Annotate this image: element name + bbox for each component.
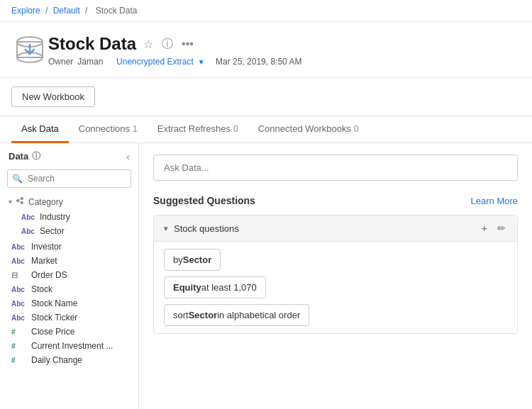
sidebar-item-stock-name[interactable]: Abc Stock Name (6, 296, 138, 310)
breadcrumb-sep2: / (85, 6, 90, 16)
sidebar-info-icon[interactable]: ⓘ (32, 150, 40, 162)
svg-line-6 (19, 199, 21, 200)
type-hash-icon: # (11, 328, 27, 336)
tab-connections[interactable]: Connections1 (69, 116, 148, 143)
svg-point-3 (16, 199, 19, 202)
questions-group-title: ▾ Stock questions (164, 223, 239, 234)
suggested-header: Suggested Questions Learn More (153, 195, 518, 206)
tree-item-industry-label: Industry (40, 212, 70, 222)
questions-group-actions: + ✏ (480, 223, 507, 234)
tab-extract-refreshes[interactable]: Extract Refreshes0 (148, 116, 248, 143)
datasource-icon (11, 32, 48, 69)
breadcrumb-default[interactable]: Default (53, 6, 80, 16)
ask-data-input[interactable] (153, 155, 518, 181)
tab-connected-workbooks[interactable]: Connected Workbooks0 (248, 116, 369, 143)
type-abc-icon: Abc (11, 286, 27, 293)
type-db-icon: ⊟ (11, 271, 27, 280)
category-group-icon (15, 196, 25, 208)
question-2-prefix: sort (173, 310, 189, 320)
category-group-header[interactable]: ▾ Category (6, 194, 138, 210)
tree-item-sector[interactable]: Abc Sector (6, 224, 138, 238)
sidebar-item-daily-change[interactable]: # Daily Change (6, 353, 138, 367)
question-2-suffix: in alphabetical order (217, 310, 300, 320)
header-info: Stock Data ☆ ⓘ ••• Owner Jaman Unencrypt… (48, 34, 521, 67)
page-title: Stock Data (48, 34, 136, 54)
sidebar-title: Data ⓘ (9, 150, 40, 162)
sidebar: Data ⓘ ‹ 🔍 ▾ Category Abc (0, 143, 139, 409)
question-item-2[interactable]: sort Sector in alphabetical order (164, 304, 309, 326)
header-meta: Owner Jaman Unencrypted Extract ▼ Mar 25… (48, 57, 521, 67)
add-question-button[interactable]: + (480, 223, 489, 234)
type-abc-icon: Abc (11, 300, 27, 308)
suggested-title: Suggested Questions (153, 195, 255, 206)
category-group: ▾ Category Abc Industry Abc Sector (6, 194, 138, 238)
extract-dropdown-icon[interactable]: ▼ (198, 58, 205, 66)
data-tree: ▾ Category Abc Industry Abc Sector Abc (0, 194, 138, 367)
breadcrumb: Explore / Default / Stock Data (0, 0, 532, 22)
header-date: Mar 25, 2019, 8:50 AM (216, 57, 301, 67)
category-group-label: Category (28, 197, 63, 207)
tabs-bar: Ask Data Connections1 Extract Refreshes0… (0, 116, 532, 143)
type-abc-icon: Abc (21, 228, 35, 235)
sidebar-item-market[interactable]: Abc Market (6, 254, 138, 268)
question-1-suffix: at least 1,070 (201, 282, 257, 293)
search-icon: 🔍 (12, 174, 23, 184)
sidebar-item-investor[interactable]: Abc Investor (6, 240, 138, 254)
more-button[interactable]: ••• (180, 36, 195, 52)
owner-name: Jaman (77, 57, 103, 67)
question-2-bold: Sector (189, 310, 217, 320)
question-item-0[interactable]: by Sector (164, 249, 221, 271)
question-0-bold: Sector (183, 254, 211, 265)
breadcrumb-sep1: / (45, 6, 50, 16)
question-0-prefix: by (173, 254, 183, 265)
sidebar-item-stock[interactable]: Abc Stock (6, 282, 138, 296)
info-button[interactable]: ⓘ (160, 35, 174, 53)
learn-more-link[interactable]: Learn More (471, 196, 518, 206)
search-box: 🔍 (7, 169, 131, 188)
breadcrumb-current: Stock Data (96, 6, 138, 16)
new-workbook-button[interactable]: New Workbook (11, 86, 95, 107)
sidebar-item-current-investment[interactable]: # Current Investment ... (6, 339, 138, 353)
sidebar-item-stock-ticker[interactable]: Abc Stock Ticker (6, 310, 138, 325)
owner-label: Owner (48, 57, 73, 67)
breadcrumb-explore[interactable]: Explore (11, 6, 40, 16)
sidebar-header: Data ⓘ ‹ (0, 143, 138, 167)
new-workbook-area: New Workbook (0, 78, 532, 116)
question-1-bold: Equity (173, 282, 201, 293)
suggested-section: Suggested Questions Learn More ▾ Stock q… (153, 195, 518, 334)
questions-group-label: Stock questions (174, 223, 239, 234)
main-content: Data ⓘ ‹ 🔍 ▾ Category Abc (0, 143, 532, 409)
type-abc-icon: Abc (11, 243, 27, 251)
group-chevron-icon: ▾ (164, 224, 168, 233)
question-items: by Sector Equity at least 1,070 sort Sec… (154, 242, 517, 333)
type-abc-icon: Abc (21, 213, 35, 221)
type-abc-icon: Abc (11, 257, 27, 265)
svg-point-4 (21, 197, 23, 200)
questions-group: ▾ Stock questions + ✏ by Sector Eq (153, 215, 518, 334)
tree-item-industry[interactable]: Abc Industry (6, 210, 138, 224)
category-chevron-icon: ▾ (9, 198, 12, 206)
star-button[interactable]: ☆ (142, 36, 155, 52)
tab-ask-data[interactable]: Ask Data (11, 116, 69, 143)
sidebar-collapse-button[interactable]: ‹ (126, 151, 130, 162)
type-hash-icon: # (11, 357, 27, 364)
extract-link[interactable]: Unencrypted Extract (116, 57, 194, 67)
sidebar-item-order-ds[interactable]: ⊟ Order DS (6, 268, 138, 282)
title-row: Stock Data ☆ ⓘ ••• (48, 34, 521, 54)
main-panel: Suggested Questions Learn More ▾ Stock q… (139, 143, 532, 409)
questions-group-header[interactable]: ▾ Stock questions + ✏ (154, 215, 517, 242)
svg-point-5 (21, 201, 23, 204)
svg-line-7 (19, 201, 21, 202)
sidebar-item-close-price[interactable]: # Close Price (6, 325, 138, 339)
tree-item-sector-label: Sector (40, 226, 65, 236)
type-abc-icon: Abc (11, 314, 27, 322)
edit-question-button[interactable]: ✏ (496, 223, 507, 234)
type-hash-icon: # (11, 342, 27, 350)
search-input[interactable] (7, 169, 131, 188)
question-item-1[interactable]: Equity at least 1,070 (164, 276, 266, 298)
page-header: Stock Data ☆ ⓘ ••• Owner Jaman Unencrypt… (0, 22, 532, 78)
